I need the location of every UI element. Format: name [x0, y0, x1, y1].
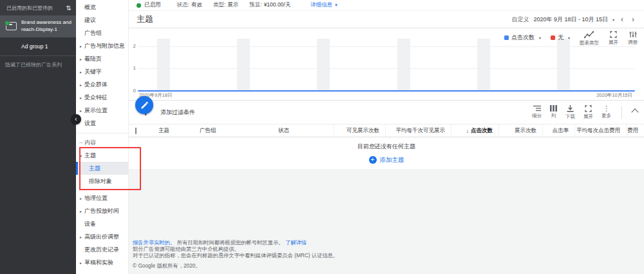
nav-label: 建议: [84, 16, 96, 24]
sidebar-adgroup-item[interactable]: Ad group 1: [0, 37, 76, 55]
nav-item-topics-parent[interactable]: ▾主题: [76, 149, 128, 162]
nav-item-topics[interactable]: 主题: [76, 162, 128, 175]
empty-state: 目前您还没有任何主题 + 添加主题: [129, 137, 644, 170]
y-tick: 0: [129, 88, 136, 93]
performance-chart: 点击次数▾ 无▾ 图表类型 展开 调整: [129, 28, 644, 101]
nav-item-advanced-bid-adjustments[interactable]: ▸高级出价调整: [76, 230, 128, 243]
nav-item-drafts-experiments[interactable]: ▸草稿和实验: [76, 256, 128, 269]
chevron-down-icon: ▾: [568, 35, 570, 40]
type-label: 类型:: [213, 1, 225, 8]
col-status[interactable]: 状态: [278, 127, 334, 135]
budget-value: ¥100.00/天: [264, 1, 291, 8]
download-button[interactable]: 下载: [565, 105, 575, 120]
line-chart-icon: [584, 31, 594, 39]
empty-state-text: 目前您还没有任何主题: [357, 142, 415, 151]
expand-arrow-icon: ▾: [78, 153, 84, 158]
details-link[interactable]: 详细信息▾: [310, 1, 337, 9]
nav-item-keywords[interactable]: ▸关键字: [76, 65, 128, 78]
nav-item-recommendations[interactable]: 建议: [76, 14, 128, 26]
campaign-sidebar: 已启用的和已暂停的 ⇅ Brand awareness and reach-Di…: [0, 0, 76, 274]
add-topic-button[interactable]: + 添加主题: [369, 156, 404, 164]
copyright-text: © Google 版权所有，2020。: [133, 263, 338, 269]
metric-selector-2[interactable]: 无▾: [551, 34, 570, 42]
segment-button[interactable]: 细分: [532, 105, 542, 119]
chart-controls: 点击次数▾ 无▾ 图表类型 展开 调整: [504, 31, 638, 46]
nav-item-ad-schedule[interactable]: ▸广告投放时间: [76, 204, 128, 217]
nav-item-demographics[interactable]: ▸受众特征: [76, 91, 128, 104]
enabled-dot-icon: [137, 3, 141, 8]
nav-item-devices[interactable]: 设备: [76, 217, 128, 230]
chart-expand-button[interactable]: 展开: [609, 31, 618, 46]
more-vert-icon: ⋮: [603, 105, 610, 112]
col-impressions[interactable]: 展示次数: [498, 124, 542, 137]
date-range-type: 自定义: [511, 15, 529, 24]
nav-section-content[interactable]: —内容: [76, 136, 128, 149]
date-range-picker[interactable]: 2020年 9月 18日 - 10月 15日: [533, 15, 608, 24]
nav-item-ads-extensions[interactable]: ▸广告与附加信息: [76, 39, 128, 52]
nav-item-overview[interactable]: 概览: [76, 1, 128, 14]
nav-item-ad-groups[interactable]: 广告组: [76, 26, 128, 39]
nav-item-landing-pages[interactable]: ▸着陆页: [76, 52, 128, 65]
sort-desc-icon: ↓: [466, 128, 469, 134]
nav-label: 受众特征: [84, 93, 108, 102]
nav-item-audiences[interactable]: ▸受众群体: [76, 78, 128, 91]
expand-arrow-icon: ▸: [78, 235, 84, 239]
nav-label: 排除对象: [89, 177, 112, 186]
nav-item-settings[interactable]: 设置: [76, 117, 128, 130]
more-button[interactable]: ⋮ 更多: [601, 105, 611, 119]
enabled-dot-icon: [5, 21, 10, 26]
expand-arrow-icon: ▸: [78, 260, 84, 265]
col-ctr[interactable]: 点击率: [542, 124, 574, 137]
plus-circle-icon: +: [369, 156, 377, 164]
expand-arrow-icon: ▸: [78, 108, 84, 113]
col-clicks-sorted[interactable]: ↓点击次数: [451, 124, 498, 137]
campaign-name: Brand awareness and reach-Display-1: [21, 19, 72, 34]
nav-item-exclusions[interactable]: 排除对象: [76, 175, 128, 188]
display-campaign-icon: [6, 22, 17, 30]
chart-type-button[interactable]: 图表类型: [580, 31, 599, 46]
budget-label: 预算:: [249, 1, 261, 8]
expand-icon: [610, 31, 617, 38]
sidebar-campaign-item[interactable]: Brand awareness and reach-Display-1: [0, 15, 76, 37]
enabled-label: 已启用: [144, 1, 161, 9]
chart-adjust-button[interactable]: 调整: [628, 31, 638, 46]
edit-fab-button[interactable]: [135, 96, 153, 114]
nav-label: 地理位置: [84, 194, 108, 202]
nav-label: 设置: [84, 119, 96, 128]
col-ad-group[interactable]: 广告组: [200, 127, 278, 135]
collapse-table-chevron-icon[interactable]: [631, 108, 638, 115]
next-period-button[interactable]: ›: [630, 15, 636, 24]
learn-more-link[interactable]: 了解详情: [285, 239, 307, 246]
metric-selector-1[interactable]: 点击次数▾: [504, 34, 541, 42]
chevron-down-icon[interactable]: ▾: [612, 17, 614, 22]
hidden-campaigns-note: 隐藏了已移除的广告系列: [0, 56, 76, 74]
not-realtime-link[interactable]: 报告并非实时的。: [133, 239, 175, 246]
chevron-down-icon: ▾: [539, 35, 541, 40]
col-avg-cpc[interactable]: 平均每次点击费用: [574, 124, 626, 137]
nav-label: 高级出价调整: [84, 233, 119, 241]
select-all-checkbox[interactable]: [135, 128, 137, 134]
prev-period-button[interactable]: ‹: [619, 15, 625, 24]
sort-order-icon[interactable]: ⇅: [66, 5, 71, 12]
collapse-sidebar-button[interactable]: ‹: [71, 114, 81, 124]
col-viewable-impressions[interactable]: 可见展示次数: [334, 124, 385, 137]
nav-item-locations[interactable]: ▸地理位置: [76, 191, 128, 204]
nav-label: 草稿和实验: [84, 259, 113, 267]
col-topic[interactable]: 主题: [158, 127, 200, 135]
google-ads-app: 已启用的和已暂停的 ⇅ Brand awareness and reach-Di…: [0, 0, 644, 274]
report-disclaimer: 报告并非实时的。 所有日期和时间都将根据您的帐号时区显示。 了解详情 部分广告资…: [133, 240, 338, 269]
expand-arrow-icon: ▸: [78, 95, 84, 100]
y-tick: 1: [129, 65, 136, 71]
page-title: 主题: [137, 14, 153, 25]
nav-item-change-history[interactable]: 更改历史记录: [76, 243, 128, 256]
columns-button[interactable]: 列: [550, 105, 557, 119]
pencil-icon: [140, 101, 149, 110]
status-label: 状态:: [177, 1, 189, 8]
nav-item-placements[interactable]: ▸展示位置: [76, 104, 128, 117]
table-expand-button[interactable]: 展开: [583, 105, 593, 120]
expand-arrow-icon: ▸: [78, 196, 84, 201]
page-title-bar: 主题 自定义 2020年 9月 18日 - 10月 15日 ▾ ‹ ›: [129, 11, 644, 28]
col-cost[interactable]: 费用: [626, 124, 644, 137]
col-avg-viewable-cpm[interactable]: 平均每千次可见展示: [385, 124, 451, 137]
segment-icon: [533, 105, 541, 112]
